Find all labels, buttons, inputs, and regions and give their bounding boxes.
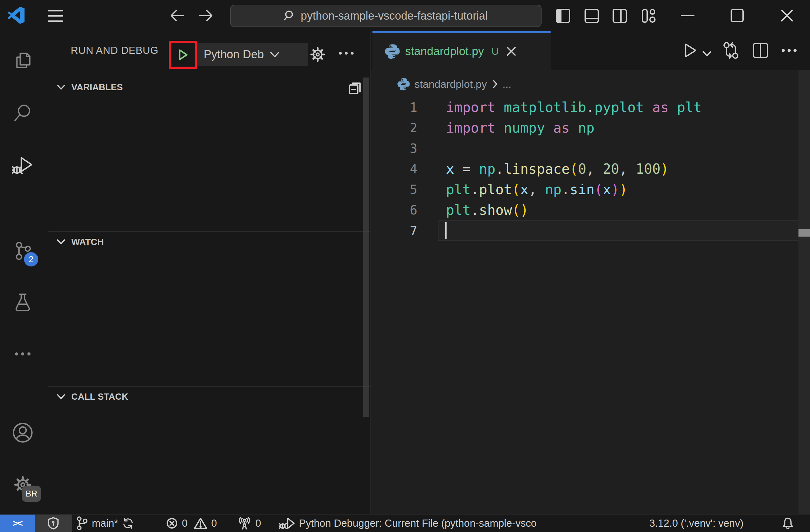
tab-close-icon[interactable] [506,46,517,57]
sidebar-item-testing[interactable] [11,290,35,314]
sidebar-item-source-control[interactable]: 2 [11,238,35,263]
code-line[interactable]: 1import matplotlib.pyplot as plt [371,97,810,118]
code-line[interactable]: 5plt.plot(x, np.sin(x)) [371,179,810,200]
code-text: plt.plot(x, np.sin(x)) [446,179,628,200]
breadcrumbs[interactable]: standardplot.py ... [371,70,810,98]
debug-icon [279,516,295,531]
remote-icon: >< [13,518,22,529]
title-bar: python-sample-vscode-fastapi-tutorial [0,0,810,32]
code-line[interactable]: 6plt.show() [371,200,810,220]
debug-start-highlight [169,41,197,69]
sidebar-item-run-and-debug[interactable] [11,153,35,178]
section-watch[interactable]: WATCH [48,232,370,251]
close-icon[interactable] [780,9,794,23]
vscode-logo [7,6,25,24]
tab-standardplot[interactable]: standardplot.py U [372,31,551,70]
debugger-label: Python Debugger: Current File (python-sa… [299,517,595,529]
debug-start-button[interactable] [176,48,190,62]
arrow-forward-icon[interactable] [197,7,215,24]
sidebar-scrollbar[interactable] [363,78,369,417]
workspace-trust-badge[interactable] [35,515,71,532]
code-line[interactable]: 3 [371,138,810,159]
code-text: x = np.linspace(0, 20, 100) [446,159,669,179]
views-more-actions-icon[interactable] [338,50,355,56]
run-python-file-icon[interactable] [682,42,698,59]
split-editor-icon[interactable] [752,42,768,59]
code-line[interactable]: 7 [371,220,810,241]
python-file-icon [397,78,410,90]
git-branch-status[interactable]: main* [76,515,134,532]
debug-config-dropdown[interactable]: Python Deb [197,43,308,66]
profile-badge: BR [22,486,41,502]
settings-gear-icon[interactable]: BR [11,472,35,497]
warning-icon [194,517,207,530]
git-branch-icon [76,515,88,531]
current-line-highlight [438,220,810,241]
debugger-status[interactable]: Python Debugger: Current File (python-sa… [279,515,595,532]
sync-icon [122,517,134,530]
ports-status[interactable]: 0 [237,515,261,532]
error-count: 0 [182,517,188,529]
collapse-all-icon[interactable] [348,81,362,95]
layout-sidebar-right-icon[interactable] [612,8,628,24]
layout-sidebar-icon[interactable] [555,8,571,24]
breadcrumb-symbol[interactable]: ... [503,78,511,90]
account-icon[interactable] [11,420,35,445]
minimize-icon[interactable] [681,14,695,17]
line-number: 3 [371,138,417,159]
python-version: 3.12.0 ('.venv': venv) [649,517,743,529]
section-label: VARIABLES [71,82,123,93]
maximize-icon[interactable] [730,9,744,23]
command-center-search[interactable]: python-sample-vscode-fastapi-tutorial [230,5,541,27]
line-number: 4 [371,159,417,179]
error-icon [166,517,178,530]
code-line[interactable]: 2import numpy as np [371,118,810,138]
section-divider [48,231,370,232]
shield-icon [47,517,59,530]
code-line[interactable]: 4x = np.linspace(0, 20, 100) [371,159,810,179]
status-bar: >< main* 0 [0,514,810,532]
bell-icon [782,516,794,530]
problems-status[interactable]: 0 0 [166,515,217,532]
sidebar-item-explorer[interactable] [11,49,35,73]
layout-customize-icon[interactable] [641,8,657,24]
chevron-down-icon [56,238,66,245]
section-call-stack[interactable]: CALL STACK [48,387,370,406]
code-area[interactable]: 1import matplotlib.pyplot as plt2import … [371,97,810,241]
flask-icon [13,292,33,312]
layout-panel-icon[interactable] [584,8,599,24]
breadcrumb-file[interactable]: standardplot.py [415,78,487,90]
python-file-icon [385,44,400,59]
menu-icon[interactable] [47,9,64,23]
scrollbar-thumb[interactable] [798,229,810,237]
vscode-window: python-sample-vscode-fastapi-tutorial [0,0,810,532]
line-number: 2 [371,118,417,138]
run-and-debug-icon [12,154,34,176]
run-options-chevron-icon[interactable] [702,50,712,57]
sidebar-title: RUN AND DEBUG [71,31,159,70]
line-number: 5 [371,179,417,200]
chevron-down-icon [56,393,66,400]
code-text: import matplotlib.pyplot as plt [446,97,702,118]
search-icon [13,102,33,123]
section-label: WATCH [71,237,104,247]
more-views-icon[interactable] [11,342,35,366]
python-interpreter-status[interactable]: 3.12.0 ('.venv': venv) [649,515,743,532]
line-number: 1 [371,97,417,118]
tab-bar: standardplot.py U [371,31,810,70]
line-number: 6 [371,200,417,220]
arrow-back-icon[interactable] [168,7,185,24]
notifications-bell[interactable] [782,515,794,532]
ports-count: 0 [255,517,261,529]
branch-name: main* [92,517,118,529]
remote-indicator[interactable]: >< [0,515,35,532]
debug-config-label: Python Deb [204,48,264,61]
editor-scrollbar[interactable] [798,70,810,514]
chevron-right-icon [492,79,498,89]
debug-settings-gear-icon[interactable] [308,45,327,64]
section-variables[interactable]: VARIABLES [48,78,370,97]
line-number: 7 [371,220,417,241]
compare-changes-icon[interactable] [722,41,740,60]
editor-more-actions-icon[interactable] [780,48,798,53]
sidebar-item-search[interactable] [11,101,35,125]
